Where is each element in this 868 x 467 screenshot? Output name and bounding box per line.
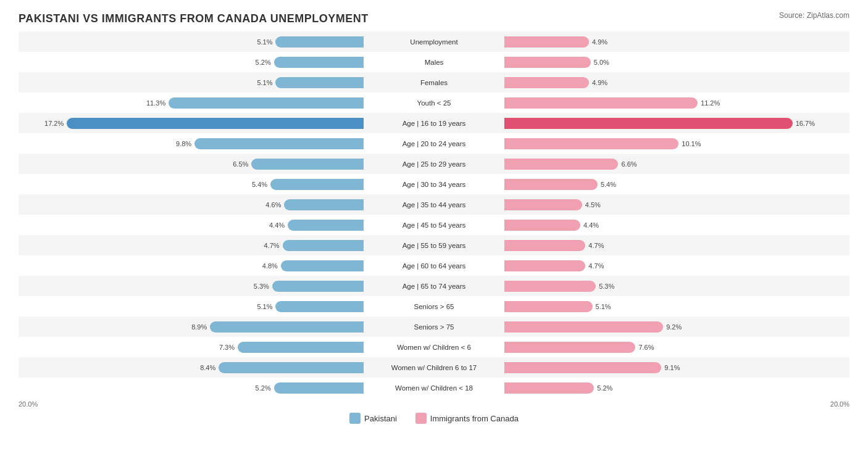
bar-blue: [275, 36, 364, 48]
row-label: Age | 25 to 29 years: [366, 160, 502, 168]
table-row: 8.4% Women w/ Children 6 to 17 9.1%: [19, 357, 849, 378]
row-label: Seniors > 65: [366, 303, 502, 310]
row-label: Age | 30 to 34 years: [366, 181, 502, 188]
left-section: 5.4%: [19, 174, 366, 194]
value-left: 5.1%: [257, 79, 272, 86]
bar-blue: [169, 97, 364, 109]
value-right: 5.4%: [601, 181, 616, 188]
right-section: 10.1%: [502, 133, 849, 154]
dual-bar-row: 5.1% Seniors > 65 5.1%: [19, 296, 849, 316]
bar-blue: [219, 362, 364, 373]
value-left: 5.1%: [257, 38, 272, 46]
bar-pink: [504, 36, 589, 48]
value-right: 4.7%: [588, 242, 604, 249]
row-label: Unemployment: [366, 38, 502, 46]
left-section: 9.8%: [19, 133, 366, 154]
bar-blue: [281, 260, 364, 271]
table-row: 5.4% Age | 30 to 34 years 5.4%: [19, 174, 849, 194]
row-label: Age | 65 to 74 years: [366, 283, 502, 290]
bar-blue: [272, 281, 364, 292]
dual-bar-row: 8.4% Women w/ Children 6 to 17 9.1%: [19, 357, 849, 378]
value-right: 5.2%: [597, 384, 612, 392]
dual-bar-row: 4.4% Age | 45 to 54 years 4.4%: [19, 215, 849, 235]
table-row: 9.8% Age | 20 to 24 years 10.1%: [19, 133, 849, 154]
bar-pink: [504, 342, 635, 353]
value-right: 11.2%: [701, 99, 720, 107]
dual-bar-row: 5.3% Age | 65 to 74 years 5.3%: [19, 276, 849, 296]
bar-blue: [194, 138, 364, 149]
left-section: 5.1%: [19, 72, 366, 93]
left-section: 11.3%: [19, 93, 366, 113]
bar-blue: [274, 57, 364, 68]
bar-blue: [275, 301, 364, 312]
value-right: 16.7%: [796, 120, 815, 127]
row-label: Age | 45 to 54 years: [366, 221, 502, 229]
table-row: 5.2% Males 5.0%: [19, 52, 849, 72]
bar-blue: [67, 118, 364, 129]
right-section: 7.6%: [502, 337, 849, 357]
bar-pink: [504, 159, 618, 170]
table-row: 4.7% Age | 55 to 59 years 4.7%: [19, 235, 849, 255]
legend-box-canada: [415, 413, 427, 424]
value-left: 5.3%: [254, 283, 269, 290]
right-section: 4.9%: [502, 31, 849, 52]
chart-rows-area: 5.1% Unemployment 4.9% 5.2% Males 5.0: [19, 31, 849, 398]
value-right: 4.9%: [592, 79, 607, 86]
right-section: 9.2%: [502, 316, 849, 337]
dual-bar-row: 5.4% Age | 30 to 34 years 5.4%: [19, 174, 849, 194]
table-row: 4.4% Age | 45 to 54 years 4.4%: [19, 215, 849, 235]
row-label: Age | 55 to 59 years: [366, 242, 502, 249]
right-section: 4.9%: [502, 72, 849, 93]
dual-bar-row: 6.5% Age | 25 to 29 years 6.6%: [19, 154, 849, 174]
right-section: 4.7%: [502, 255, 849, 276]
bar-pink: [504, 301, 593, 312]
dual-bar-row: 5.1% Unemployment 4.9%: [19, 31, 849, 52]
value-left: 6.5%: [233, 160, 248, 168]
bar-blue: [284, 199, 364, 210]
value-right: 4.4%: [583, 221, 599, 229]
dual-bar-row: 17.2% Age | 16 to 19 years 16.7%: [19, 113, 849, 133]
left-section: 17.2%: [19, 113, 366, 133]
left-section: 5.1%: [19, 296, 366, 316]
table-row: 5.1% Seniors > 65 5.1%: [19, 296, 849, 316]
legend-item-canada: Immigrants from Canada: [415, 413, 519, 424]
value-left: 17.2%: [44, 120, 64, 127]
value-left: 8.4%: [200, 364, 215, 371]
bar-pink: [504, 240, 585, 251]
bar-blue: [283, 240, 364, 251]
dual-bar-row: 8.9% Seniors > 75 9.2%: [19, 316, 849, 337]
bar-blue: [270, 179, 364, 190]
right-section: 4.5%: [502, 194, 849, 215]
right-section: 5.1%: [502, 296, 849, 316]
row-label: Females: [366, 79, 502, 86]
chart-title: PAKISTANI VS IMMIGRANTS FROM CANADA UNEM…: [19, 12, 849, 25]
value-left: 4.6%: [265, 201, 281, 209]
bar-pink: [504, 77, 589, 88]
row-label: Males: [366, 59, 502, 66]
dual-bar-row: 5.2% Women w/ Children < 18 5.2%: [19, 378, 849, 398]
value-left: 4.7%: [264, 242, 280, 249]
bar-blue: [238, 342, 364, 353]
row-label: Women w/ Children < 18: [366, 384, 502, 392]
table-row: 5.3% Age | 65 to 74 years 5.3%: [19, 276, 849, 296]
axis-labels: 20.0% 20.0%: [19, 400, 849, 408]
bar-pink: [504, 382, 594, 394]
right-section: 6.6%: [502, 154, 849, 174]
bar-pink: [504, 138, 678, 149]
table-row: 4.6% Age | 35 to 44 years 4.5%: [19, 194, 849, 215]
left-section: 5.3%: [19, 276, 366, 296]
bar-blue: [274, 382, 364, 394]
source-label: Source: ZipAtlas.com: [779, 11, 849, 20]
left-section: 4.7%: [19, 235, 366, 255]
table-row: 17.2% Age | 16 to 19 years 16.7%: [19, 113, 849, 133]
left-section: 4.4%: [19, 215, 366, 235]
bar-pink: [504, 321, 663, 333]
legend-box-pakistani: [349, 413, 361, 424]
table-row: 6.5% Age | 25 to 29 years 6.6%: [19, 154, 849, 174]
value-right: 10.1%: [682, 140, 701, 147]
table-row: 5.2% Women w/ Children < 18 5.2%: [19, 378, 849, 398]
bar-pink: [504, 199, 582, 210]
dual-bar-row: 4.7% Age | 55 to 59 years 4.7%: [19, 235, 849, 255]
right-section: 16.7%: [502, 113, 849, 133]
left-section: 7.3%: [19, 337, 366, 357]
